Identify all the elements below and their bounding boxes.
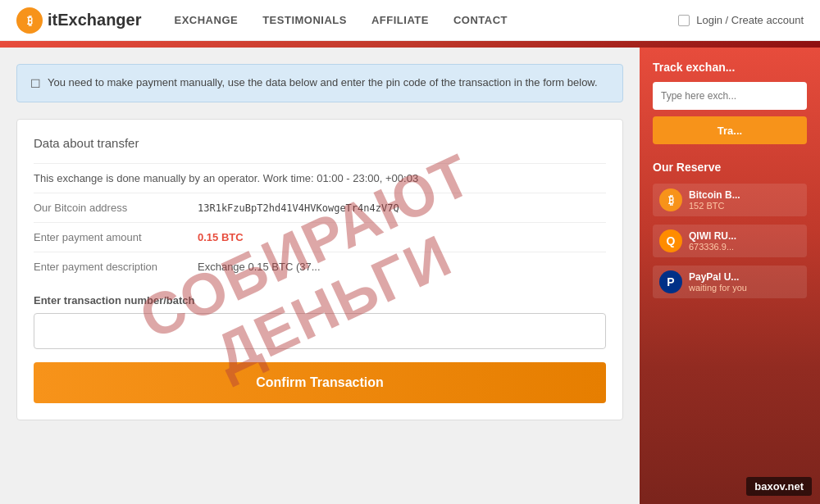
reserve-qiwi-name: QIWI RU...	[689, 230, 736, 242]
accent-bar	[0, 41, 820, 48]
user-icon	[678, 15, 690, 26]
nav-testimonials[interactable]: TESTIMONIALS	[262, 14, 347, 26]
transfer-title: Data about transfer	[34, 136, 606, 150]
baxov-watermark: baxov.net	[746, 477, 812, 496]
reserve-paypal-name: PayPal U...	[689, 271, 747, 283]
reserve-item-paypal: P PayPal U... waiting for you	[653, 266, 807, 298]
bitcoin-address-value: 13R1kFzuBpT2hd41V4HVKowgeTr4n4zV7Q	[198, 202, 606, 214]
info-icon: ☐	[30, 77, 41, 90]
info-text: You need to make payment manually, use t…	[48, 76, 598, 89]
track-button[interactable]: Tra...	[653, 116, 807, 144]
reserve-qiwi-amount: 673336.9...	[689, 242, 736, 252]
btc-icon: ₿	[659, 188, 682, 211]
confirm-button[interactable]: Confirm Transaction	[34, 362, 606, 403]
main-layout: ☐ You need to make payment manually, use…	[0, 48, 820, 504]
reserve-item-btc: ₿ Bitcoin B... 152 BTC	[653, 184, 807, 216]
track-title: Track exchan...	[653, 61, 807, 74]
reserve-section: Our Reserve ₿ Bitcoin B... 152 BTC Q QIW…	[653, 161, 807, 298]
reserve-paypal-info: PayPal U... waiting for you	[689, 271, 747, 293]
payment-desc-row: Enter payment description Exchange 0.15 …	[34, 252, 606, 281]
bitcoin-address-label: Our Bitcoin address	[34, 202, 198, 214]
track-input[interactable]	[653, 82, 807, 110]
reserve-btc-name: Bitcoin B...	[689, 189, 740, 201]
payment-desc-value: Exchange 0.15 BTC (37...	[198, 261, 606, 273]
track-section: Track exchan... Tra...	[653, 61, 807, 144]
reserve-btc-amount: 152 BTC	[689, 201, 740, 211]
nav-contact[interactable]: CONTACT	[453, 14, 508, 26]
logo[interactable]: ₿ itExchanger	[16, 7, 141, 34]
reserve-paypal-amount: waiting for you	[689, 283, 747, 293]
login-link[interactable]: Login / Create account	[696, 14, 804, 26]
reserve-qiwi-info: QIWI RU... 673336.9...	[689, 230, 736, 252]
transaction-section: Enter transaction number/batch Confirm T…	[34, 294, 606, 403]
header: ₿ itExchanger EXCHANGE TESTIMONIALS AFFI…	[0, 0, 820, 41]
payment-amount-label: Enter payment amount	[34, 231, 198, 243]
main-nav: EXCHANGE TESTIMONIALS AFFILIATE CONTACT	[174, 14, 678, 26]
operator-info-row: This exchange is done manually by an ope…	[34, 163, 606, 193]
operator-info-value: This exchange is done manually by an ope…	[34, 172, 606, 184]
nav-affiliate[interactable]: AFFILIATE	[371, 14, 429, 26]
nav-exchange[interactable]: EXCHANGE	[174, 14, 238, 26]
left-panel: ☐ You need to make payment manually, use…	[0, 48, 640, 504]
bitcoin-address-row: Our Bitcoin address 13R1kFzuBpT2hd41V4HV…	[34, 193, 606, 222]
logo-icon: ₿	[16, 7, 43, 34]
info-box: ☐ You need to make payment manually, use…	[16, 64, 623, 102]
right-panel: Track exchan... Tra... Our Reserve ₿ Bit…	[640, 48, 820, 504]
reserve-title: Our Reserve	[653, 161, 807, 174]
transaction-label: Enter transaction number/batch	[34, 294, 606, 306]
payment-desc-label: Enter payment description	[34, 261, 198, 273]
paypal-icon: P	[659, 270, 682, 293]
header-right: Login / Create account	[678, 14, 804, 26]
transaction-input[interactable]	[34, 313, 606, 349]
reserve-item-qiwi: Q QIWI RU... 673336.9...	[653, 225, 807, 257]
payment-amount-value: 0.15 BTC	[198, 231, 606, 243]
payment-amount-row: Enter payment amount 0.15 BTC	[34, 222, 606, 252]
reserve-btc-info: Bitcoin B... 152 BTC	[689, 189, 740, 211]
transfer-card: Data about transfer This exchange is don…	[16, 119, 623, 420]
qiwi-icon: Q	[659, 229, 682, 252]
